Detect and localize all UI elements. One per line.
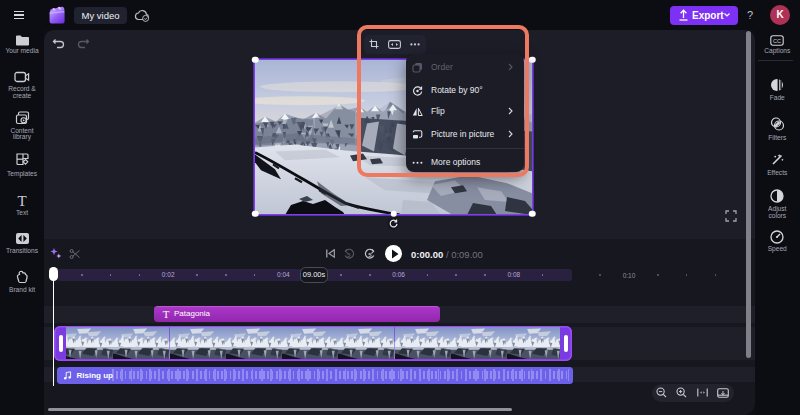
- svg-text:CC: CC: [773, 37, 781, 43]
